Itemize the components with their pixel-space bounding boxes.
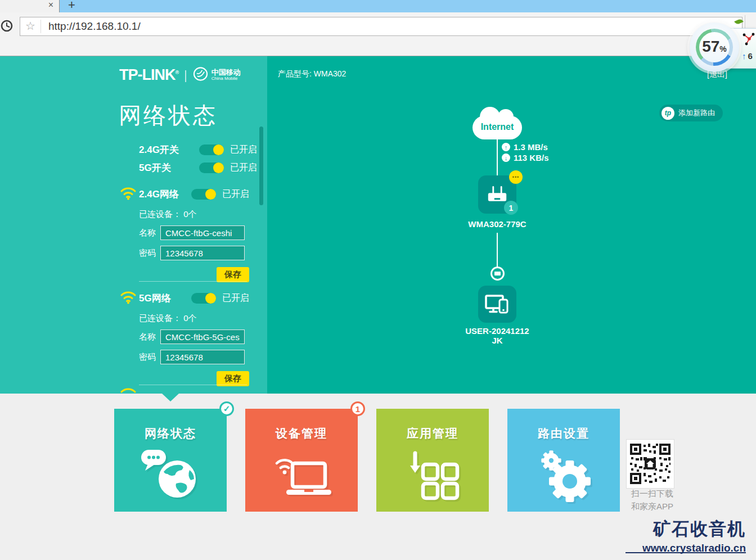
network-block-5g: 5G网络 已开启 已连设备： 0个 名称 密码 保存 [139,291,249,386]
new-tab-button[interactable]: + [68,0,75,12]
download-speed: 113 KB/s [514,153,549,162]
network-head: 2.4G网络 已开启 [139,187,249,201]
registered-mark: ® [175,70,178,75]
tile-router-settings[interactable]: 路由设置 [507,409,620,512]
active-tile-pointer [162,394,179,401]
upload-stat-value: 6 [748,51,753,61]
lan-link-line [497,233,498,270]
toggle-state: 已开启 [230,144,257,156]
watermark: 矿石收音机 www.crystalradio.cn [642,517,746,554]
check-badge: ✓ [219,401,234,416]
upload-stat: ↑6 [742,51,753,61]
history-clock-icon[interactable] [1,20,13,34]
toggle-5g[interactable] [199,162,224,173]
nav-tiles: ✓ 网络状态 1 设备管理 [114,409,620,512]
tile-label: 网络状态 [114,426,227,441]
ssid-input-5g[interactable] [160,329,245,344]
ssid-label: 名称 [139,228,160,238]
save-row: 保存 [139,371,249,386]
internet-cloud-icon: Internet [472,116,522,139]
client-name-line2: JK [441,336,554,345]
toggle-knob [213,144,224,155]
progress-ring-inner: 57% [699,32,730,62]
toggle-5g-network[interactable] [191,293,216,304]
mini-device-glyph [494,272,501,276]
qr-caption: 扫一扫下载 和家亲APP [631,487,673,513]
wifi-icon [120,290,137,306]
save-button-24g[interactable]: 保存 [217,267,249,282]
logo-divider: | [184,68,187,83]
router-client-count-badge: 1 [504,201,518,215]
save-button-5g[interactable]: 保存 [217,371,249,386]
network-head: 5G网络 已开启 [139,291,249,305]
wan-link-line [497,139,498,175]
browser-toolbar: ☆ http://192.168.10.1/ [0,12,756,56]
connected-devices: 已连设备： 0个 [139,313,249,324]
switch-row-24g: 2.4G开关 已开启 [139,143,257,156]
carrier-name-cn: 中国移动 [212,69,241,76]
qr-caption-line1: 扫一扫下载 [631,487,673,500]
password-label: 密码 [139,352,160,363]
tab-close-icon[interactable]: × [48,0,53,10]
page-title: 网络状态 [119,100,218,131]
tile-label: 路由设置 [507,426,620,441]
up-arrow-icon: ↑ [742,51,746,61]
laptop-wifi-icon [245,441,358,508]
save-row: 保存 [139,267,249,282]
wifi-icon [120,186,137,202]
tile-app-management[interactable]: 应用管理 [376,409,489,512]
router-name: WMA302-779C [452,219,542,229]
ssid-field-row: 名称 [139,329,249,344]
notification-badge: 1 [350,401,365,416]
password-field-row: 密码 [139,350,249,364]
internet-label: Internet [472,122,522,132]
client-name: USER-20241212 JK [441,326,554,345]
upload-speed: 1.3 MB/s [514,142,548,152]
china-mobile-wordmark: 中国移动 China Mobile [212,69,241,82]
gears-icon [507,441,620,508]
url-text[interactable]: http://192.168.10.1/ [41,20,141,33]
upload-speed-row: ↑ 1.3 MB/s [502,142,549,152]
ssid-label: 名称 [139,332,160,342]
ssid-input-24g[interactable] [160,225,245,240]
tplink-logo: TP-LINK® [119,66,178,84]
tile-device-management[interactable]: 1 设备管理 [245,409,358,512]
router-icon [485,184,510,205]
section-divider [139,385,247,385]
carrier-name-en: China Mobile [212,76,241,82]
molecule-graph-icon[interactable] [741,31,755,48]
ssid-field-row: 名称 [139,225,249,240]
toggle-24g-network[interactable] [191,189,216,200]
progress-ring: 57% [696,29,733,66]
add-router-button[interactable]: tp 添加新路由 [659,105,723,121]
download-arrow-icon: ↓ [502,153,510,162]
router-admin-page: TP-LINK® | 中国移动 China Mobile 网络状态 2.4G开关… [0,56,756,560]
sidebar-scrollbar[interactable] [259,127,263,205]
product-model-label: 产品型号: WMA302 [278,69,346,79]
section-divider [139,281,247,282]
network-block-24g: 2.4G网络 已开启 已连设备： 0个 名称 密码 保存 [139,187,249,282]
password-label: 密码 [139,248,160,259]
password-input-24g[interactable] [160,246,245,260]
password-input-5g[interactable] [160,350,245,364]
switch-label: 5G开关 [139,161,199,174]
progress-percent-widget[interactable]: 57% [690,22,739,72]
tile-network-status[interactable]: ✓ 网络状态 [114,409,227,512]
address-bar[interactable]: ☆ http://192.168.10.1/ [20,17,742,36]
percent-value: 57 [702,39,719,55]
connected-devices: 已连设备： 0个 [139,209,249,220]
toggle-24g[interactable] [199,144,224,155]
wifi-icon [120,387,137,394]
browser-tabstrip: × + [0,0,756,12]
percent-sign: % [719,44,726,53]
client-node[interactable] [478,286,516,323]
browser-tab[interactable]: × [0,0,60,12]
router-menu-badge[interactable]: ••• [509,170,523,184]
link-node-icon [490,267,505,281]
main-teal-area: TP-LINK® | 中国移动 China Mobile 网络状态 2.4G开关… [0,56,756,394]
password-field-row: 密码 [139,246,249,260]
tile-label: 设备管理 [245,426,358,441]
bookmark-star-icon[interactable]: ☆ [20,19,40,34]
toggle-state: 已开启 [222,188,249,200]
client-name-line1: USER-20241212 [441,326,554,336]
